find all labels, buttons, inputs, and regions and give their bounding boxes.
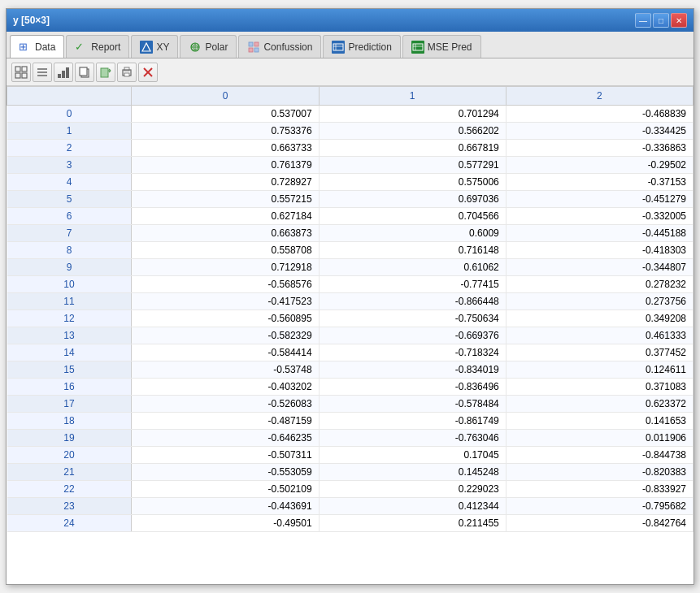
cell-col1: -0.834019: [319, 361, 506, 379]
cell-col1: 0.701294: [319, 106, 506, 123]
cell-col0: -0.403202: [132, 379, 319, 396]
cell-col0: -0.53748: [132, 361, 319, 379]
cell-col1: -0.718324: [319, 344, 506, 361]
cell-col2: 0.273756: [506, 293, 693, 310]
maximize-button[interactable]: □: [653, 13, 669, 28]
table-container[interactable]: 0 1 2 0 0.537007 0.701294 -0.468839 1 0.…: [7, 86, 693, 584]
cell-col1: 0.704566: [319, 208, 506, 225]
cell-index: 19: [7, 430, 132, 447]
tab-mse-pred[interactable]: MSE Pred: [402, 35, 481, 58]
toolbar-btn-export[interactable]: [96, 63, 115, 82]
table-row: 5 0.557215 0.697036 -0.451279: [7, 191, 693, 208]
tab-polar-label: Polar: [205, 41, 228, 53]
toolbar-btn-bars[interactable]: [54, 63, 73, 82]
svg-rect-17: [15, 73, 20, 78]
polar-icon: [189, 41, 202, 54]
cell-col2: -0.820383: [506, 464, 693, 481]
table-row: 1 0.753376 0.566202 -0.334425: [7, 123, 693, 140]
col-header-index: [7, 87, 132, 106]
cell-col1: -0.861749: [319, 413, 506, 430]
tab-xy[interactable]: XY: [131, 35, 178, 58]
table-row: 2 0.663733 0.667819 -0.336863: [7, 140, 693, 157]
toolbar-btn-grid[interactable]: [11, 63, 31, 82]
cell-col0: -0.560895: [132, 310, 319, 327]
cell-col1: 0.61062: [319, 259, 506, 276]
cell-col1: -0.836496: [319, 379, 506, 396]
cell-index: 4: [7, 174, 132, 191]
cell-col0: -0.553059: [132, 464, 319, 481]
bars-icon: [57, 66, 70, 79]
cell-col1: 0.575006: [319, 174, 506, 191]
check-icon: ✓: [75, 41, 88, 54]
cell-index: 24: [7, 515, 132, 532]
cell-col0: 0.728927: [132, 174, 319, 191]
cell-index: 10: [7, 276, 132, 293]
content-area: 0 1 2 0 0.537007 0.701294 -0.468839 1 0.…: [7, 86, 693, 584]
cell-col1: 0.211455: [319, 515, 506, 532]
table-row: 17 -0.526083 -0.578484 0.623372: [7, 396, 693, 413]
cell-col1: 0.412344: [319, 498, 506, 515]
cell-index: 23: [7, 498, 132, 515]
tab-data[interactable]: ⊞ Data: [10, 35, 64, 58]
table-header-row: 0 1 2: [7, 87, 693, 106]
cell-col0: -0.568576: [132, 276, 319, 293]
svg-rect-18: [22, 73, 27, 78]
cell-col1: -0.763046: [319, 430, 506, 447]
table-row: 19 -0.646235 -0.763046 0.011906: [7, 430, 693, 447]
toolbar-btn-menu[interactable]: [33, 63, 52, 82]
cell-col1: 0.229023: [319, 481, 506, 498]
cell-index: 15: [7, 361, 132, 379]
cell-col1: 0.145248: [319, 464, 506, 481]
tab-confussion-label: Confussion: [263, 41, 312, 53]
svg-rect-16: [22, 67, 27, 71]
pred-icon: [332, 41, 345, 54]
cell-col2: 0.141653: [506, 413, 693, 430]
table-row: 4 0.728927 0.575006 -0.37153: [7, 174, 693, 191]
cell-index: 18: [7, 413, 132, 430]
table-row: 0 0.537007 0.701294 -0.468839: [7, 106, 693, 123]
table-row: 24 -0.49501 0.211455 -0.842764: [7, 515, 693, 532]
minimize-button[interactable]: —: [635, 13, 651, 28]
toolbar-btn-copy[interactable]: [75, 63, 94, 82]
tab-prediction[interactable]: Prediction: [323, 35, 400, 58]
tab-prediction-label: Prediction: [348, 41, 391, 53]
cell-col0: 0.712918: [132, 259, 319, 276]
main-window: y [50×3] — □ ✕ ⊞ Data ✓ Report XY Polar: [6, 8, 694, 585]
tab-polar[interactable]: Polar: [180, 35, 237, 58]
close-button[interactable]: ✕: [671, 13, 687, 28]
tab-confussion[interactable]: Confussion: [238, 35, 321, 58]
cell-col1: 0.577291: [319, 157, 506, 174]
table-row: 8 0.558708 0.716148 -0.418303: [7, 242, 693, 259]
tab-report-label: Report: [91, 41, 120, 53]
cell-col1: 0.716148: [319, 242, 506, 259]
svg-rect-15: [15, 67, 20, 71]
table-row: 7 0.663873 0.6009 -0.445188: [7, 225, 693, 242]
cell-col2: -0.833927: [506, 481, 693, 498]
cell-index: 8: [7, 242, 132, 259]
cell-col0: 0.663873: [132, 225, 319, 242]
col-header-0: 0: [132, 87, 319, 106]
cell-col0: 0.663733: [132, 140, 319, 157]
col-header-1: 1: [319, 87, 506, 106]
table-row: 6 0.627184 0.704566 -0.332005: [7, 208, 693, 225]
cell-col1: -0.578484: [319, 396, 506, 413]
toolbar-btn-clear[interactable]: [138, 63, 158, 82]
cell-col0: 0.761379: [132, 157, 319, 174]
table-row: 23 -0.443691 0.412344 -0.795682: [7, 498, 693, 515]
copy-icon: [78, 66, 91, 79]
tab-data-label: Data: [35, 41, 55, 53]
svg-rect-12: [413, 44, 423, 50]
tab-report[interactable]: ✓ Report: [66, 35, 129, 58]
cell-col1: 0.667819: [319, 140, 506, 157]
cell-index: 9: [7, 259, 132, 276]
cell-col2: 0.623372: [506, 396, 693, 413]
cell-col1: -0.669376: [319, 327, 506, 344]
svg-rect-23: [62, 71, 65, 78]
table-row: 9 0.712918 0.61062 -0.344807: [7, 259, 693, 276]
cell-col2: 0.377452: [506, 344, 693, 361]
cell-index: 14: [7, 344, 132, 361]
svg-rect-24: [66, 67, 69, 78]
cell-col1: -0.866448: [319, 293, 506, 310]
toolbar-btn-print[interactable]: [117, 63, 137, 82]
grid-icon: [15, 66, 28, 79]
